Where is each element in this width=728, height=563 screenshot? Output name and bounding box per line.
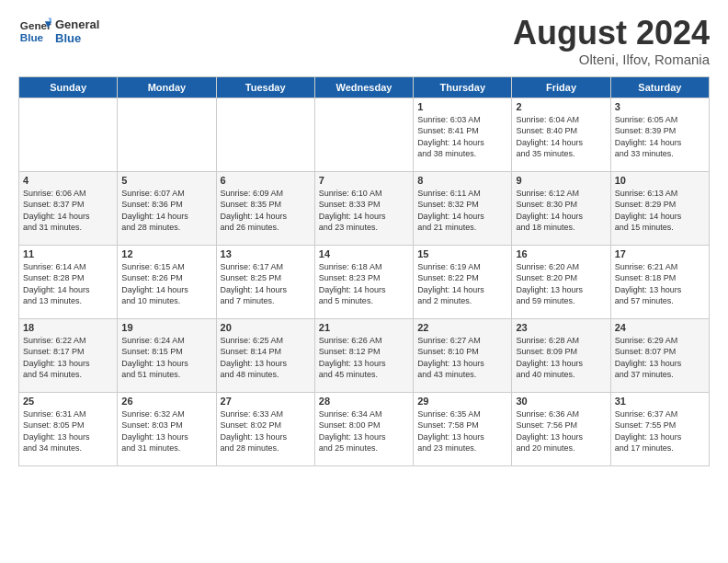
header: General Blue General Blue August 2024 Ol… [18,15,710,67]
calendar-cell: 15Sunrise: 6:19 AM Sunset: 8:22 PM Dayli… [414,245,512,318]
day-number: 5 [121,175,211,186]
header-day: Saturday [610,76,709,98]
day-number: 11 [23,248,113,259]
day-info: Sunrise: 6:37 AM Sunset: 7:55 PM Dayligh… [615,408,705,454]
day-info: Sunrise: 6:35 AM Sunset: 7:58 PM Dayligh… [417,408,507,454]
day-number: 26 [121,396,211,407]
day-number: 27 [221,396,311,407]
header-day: Tuesday [216,76,314,98]
day-number: 16 [516,248,606,259]
day-info: Sunrise: 6:19 AM Sunset: 8:22 PM Dayligh… [417,261,507,307]
calendar-week: 25Sunrise: 6:31 AM Sunset: 8:05 PM Dayli… [19,392,710,465]
day-number: 10 [615,175,705,186]
title-block: August 2024 Olteni, Ilfov, Romania [513,15,710,67]
day-number: 18 [23,322,113,333]
logo-icon: General Blue [18,15,51,48]
day-info: Sunrise: 6:11 AM Sunset: 8:32 PM Dayligh… [417,188,507,234]
calendar-cell: 28Sunrise: 6:34 AM Sunset: 8:00 PM Dayli… [314,392,413,465]
day-info: Sunrise: 6:34 AM Sunset: 8:00 PM Dayligh… [319,408,409,454]
day-info: Sunrise: 6:14 AM Sunset: 8:28 PM Dayligh… [23,261,113,307]
day-number: 6 [221,175,311,186]
day-info: Sunrise: 6:07 AM Sunset: 8:36 PM Dayligh… [121,188,211,234]
day-number: 25 [23,396,113,407]
calendar-week: 18Sunrise: 6:22 AM Sunset: 8:17 PM Dayli… [19,318,710,392]
day-info: Sunrise: 6:24 AM Sunset: 8:15 PM Dayligh… [121,335,211,381]
calendar-cell: 21Sunrise: 6:26 AM Sunset: 8:12 PM Dayli… [314,318,413,392]
day-number: 29 [417,396,507,407]
header-row: SundayMondayTuesdayWednesdayThursdayFrid… [19,76,710,98]
day-info: Sunrise: 6:18 AM Sunset: 8:23 PM Dayligh… [319,261,409,307]
header-day: Wednesday [314,76,413,98]
calendar-cell: 19Sunrise: 6:24 AM Sunset: 8:15 PM Dayli… [118,318,216,392]
calendar-cell: 9Sunrise: 6:12 AM Sunset: 8:30 PM Daylig… [512,171,610,245]
calendar-cell: 24Sunrise: 6:29 AM Sunset: 8:07 PM Dayli… [610,318,709,392]
day-number: 15 [417,248,507,259]
calendar-cell: 4Sunrise: 6:06 AM Sunset: 8:37 PM Daylig… [19,171,118,245]
day-info: Sunrise: 6:27 AM Sunset: 8:10 PM Dayligh… [417,335,507,381]
day-number: 17 [615,248,705,259]
day-info: Sunrise: 6:06 AM Sunset: 8:37 PM Dayligh… [23,188,113,234]
day-info: Sunrise: 6:33 AM Sunset: 8:02 PM Dayligh… [221,408,311,454]
day-number: 20 [221,322,311,333]
day-info: Sunrise: 6:15 AM Sunset: 8:26 PM Dayligh… [121,261,211,307]
calendar-table: SundayMondayTuesdayWednesdayThursdayFrid… [18,76,710,466]
day-info: Sunrise: 6:20 AM Sunset: 8:20 PM Dayligh… [516,261,606,307]
day-number: 8 [417,175,507,186]
calendar-cell: 26Sunrise: 6:32 AM Sunset: 8:03 PM Dayli… [118,392,216,465]
calendar-cell [314,98,413,171]
header-day: Sunday [19,76,118,98]
calendar-cell: 13Sunrise: 6:17 AM Sunset: 8:25 PM Dayli… [216,245,314,318]
calendar-cell: 8Sunrise: 6:11 AM Sunset: 8:32 PM Daylig… [414,171,512,245]
day-number: 14 [319,248,409,259]
calendar-cell [216,98,314,171]
day-info: Sunrise: 6:09 AM Sunset: 8:35 PM Dayligh… [221,188,311,234]
calendar-cell: 22Sunrise: 6:27 AM Sunset: 8:10 PM Dayli… [414,318,512,392]
day-number: 19 [121,322,211,333]
day-info: Sunrise: 6:12 AM Sunset: 8:30 PM Dayligh… [516,188,606,234]
calendar-week: 1Sunrise: 6:03 AM Sunset: 8:41 PM Daylig… [19,98,710,171]
day-number: 7 [319,175,409,186]
day-number: 23 [516,322,606,333]
logo: General Blue General Blue [18,15,99,48]
day-info: Sunrise: 6:25 AM Sunset: 8:14 PM Dayligh… [221,335,311,381]
calendar-cell: 7Sunrise: 6:10 AM Sunset: 8:33 PM Daylig… [314,171,413,245]
day-number: 30 [516,396,606,407]
day-number: 12 [121,248,211,259]
day-number: 2 [516,101,606,112]
calendar-cell: 5Sunrise: 6:07 AM Sunset: 8:36 PM Daylig… [118,171,216,245]
day-number: 13 [221,248,311,259]
calendar-cell: 20Sunrise: 6:25 AM Sunset: 8:14 PM Dayli… [216,318,314,392]
day-number: 31 [615,396,705,407]
day-info: Sunrise: 6:21 AM Sunset: 8:18 PM Dayligh… [615,261,705,307]
day-number: 22 [417,322,507,333]
svg-text:Blue: Blue [20,31,44,43]
day-info: Sunrise: 6:32 AM Sunset: 8:03 PM Dayligh… [121,408,211,454]
calendar-cell: 18Sunrise: 6:22 AM Sunset: 8:17 PM Dayli… [19,318,118,392]
calendar-cell: 10Sunrise: 6:13 AM Sunset: 8:29 PM Dayli… [610,171,709,245]
day-number: 9 [516,175,606,186]
calendar-cell: 3Sunrise: 6:05 AM Sunset: 8:39 PM Daylig… [610,98,709,171]
calendar-cell: 16Sunrise: 6:20 AM Sunset: 8:20 PM Dayli… [512,245,610,318]
logo-line2: Blue [55,31,99,45]
calendar-cell: 31Sunrise: 6:37 AM Sunset: 7:55 PM Dayli… [610,392,709,465]
calendar-cell: 6Sunrise: 6:09 AM Sunset: 8:35 PM Daylig… [216,171,314,245]
header-day: Monday [118,76,216,98]
day-info: Sunrise: 6:04 AM Sunset: 8:40 PM Dayligh… [516,114,606,160]
day-info: Sunrise: 6:17 AM Sunset: 8:25 PM Dayligh… [221,261,311,307]
location: Olteni, Ilfov, Romania [513,52,710,67]
day-number: 3 [615,101,705,112]
calendar-cell: 29Sunrise: 6:35 AM Sunset: 7:58 PM Dayli… [414,392,512,465]
header-day: Friday [512,76,610,98]
calendar-cell: 14Sunrise: 6:18 AM Sunset: 8:23 PM Dayli… [314,245,413,318]
calendar-cell: 30Sunrise: 6:36 AM Sunset: 7:56 PM Dayli… [512,392,610,465]
calendar-cell [118,98,216,171]
month-title: August 2024 [513,15,710,52]
day-info: Sunrise: 6:36 AM Sunset: 7:56 PM Dayligh… [516,408,606,454]
calendar-cell [19,98,118,171]
calendar-cell: 12Sunrise: 6:15 AM Sunset: 8:26 PM Dayli… [118,245,216,318]
calendar-week: 11Sunrise: 6:14 AM Sunset: 8:28 PM Dayli… [19,245,710,318]
day-info: Sunrise: 6:31 AM Sunset: 8:05 PM Dayligh… [23,408,113,454]
day-number: 24 [615,322,705,333]
day-info: Sunrise: 6:26 AM Sunset: 8:12 PM Dayligh… [319,335,409,381]
day-number: 28 [319,396,409,407]
